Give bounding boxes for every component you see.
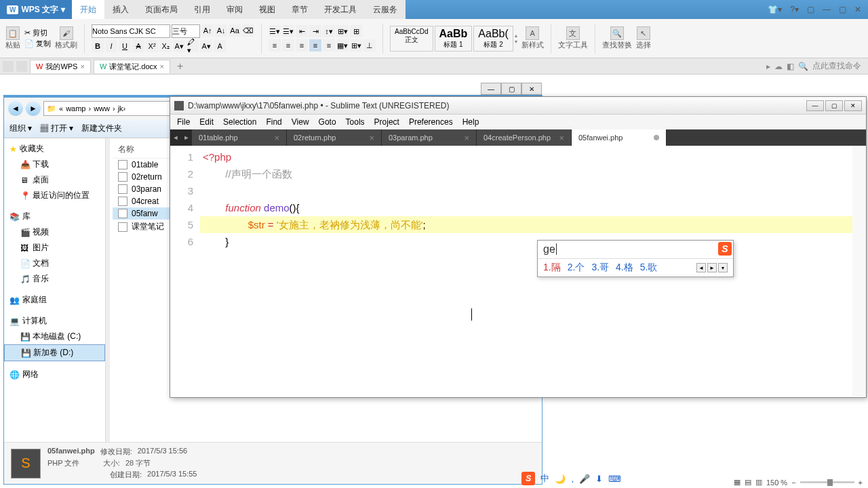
cloud-icon[interactable]: ☁ xyxy=(774,62,783,71)
editor-tab-active[interactable]: 05fanwei.php xyxy=(572,129,667,146)
indent-dec-button[interactable]: ⇤ xyxy=(296,25,308,37)
explorer-maximize[interactable]: ▢ xyxy=(501,83,521,95)
sidebar-item-pictures[interactable]: 🖼图片 xyxy=(4,240,105,256)
tab-close-icon[interactable]: × xyxy=(80,62,84,70)
font-grow-icon[interactable]: A↑ xyxy=(201,24,214,37)
ime-candidate[interactable]: 3.哥 xyxy=(591,262,609,274)
menu-preferences[interactable]: Preferences xyxy=(405,116,457,128)
sidebar-homegroup[interactable]: 👥家庭组 xyxy=(4,292,105,308)
sidebar-computer[interactable]: 💻计算机 xyxy=(4,313,105,329)
tabstop-button[interactable]: ⊥ xyxy=(363,39,376,52)
explorer-close[interactable]: ✕ xyxy=(521,83,542,95)
doc-tab-mywps[interactable]: W 我的WPS × xyxy=(30,60,91,73)
ime-keyboard-icon[interactable]: ⌨ xyxy=(608,474,621,484)
maximize-icon[interactable]: ▢ xyxy=(839,5,846,14)
sidebar-item-cdrive[interactable]: 💾本地磁盘 (C:) xyxy=(4,329,105,344)
editor-tab[interactable]: 04createPerson.php× xyxy=(477,129,572,146)
minimize-icon[interactable]: — xyxy=(823,5,831,14)
nav-back-button[interactable]: ◄ xyxy=(8,101,23,116)
style-scroll[interactable]: ▴▾ xyxy=(515,26,517,52)
ime-mic-icon[interactable]: 🎤 xyxy=(579,474,590,484)
texttool-button[interactable]: 文文字工具 xyxy=(558,26,588,50)
tab-close-icon[interactable]: × xyxy=(559,133,564,143)
tab-list-icon[interactable] xyxy=(16,61,27,72)
strike-button[interactable]: A xyxy=(132,40,144,52)
menu-chapter[interactable]: 章节 xyxy=(283,0,316,19)
ime-candidate[interactable]: 4.格 xyxy=(616,262,633,274)
phonetic-button[interactable]: A xyxy=(214,40,226,52)
linespace-button[interactable]: ↕▾ xyxy=(323,25,335,37)
highlight-button[interactable]: 🖍▾ xyxy=(186,40,199,52)
flag-icon[interactable]: ▸ xyxy=(766,62,770,71)
sidebar-network[interactable]: 🌐网络 xyxy=(4,367,105,382)
shading-button[interactable]: ▦▾ xyxy=(336,39,349,52)
sort-button[interactable]: ⊞▾ xyxy=(336,25,349,37)
minimap[interactable] xyxy=(852,146,866,396)
search-input[interactable]: 点此查找命令 xyxy=(812,60,861,72)
tab-next-button[interactable]: ► xyxy=(181,129,192,146)
superscript-button[interactable]: X² xyxy=(146,40,158,52)
menu-tools[interactable]: Tools xyxy=(342,116,369,128)
tab-close-icon[interactable]: × xyxy=(160,62,164,70)
sidebar-item-videos[interactable]: 🎬视频 xyxy=(4,224,105,240)
menu-pagelayout[interactable]: 页面布局 xyxy=(137,0,186,19)
menu-file[interactable]: File xyxy=(173,116,194,128)
menu-edit[interactable]: Edit xyxy=(195,116,218,128)
tab-prev-button[interactable]: ◄ xyxy=(170,129,181,146)
menu-goto[interactable]: Goto xyxy=(315,116,340,128)
ime-prev-button[interactable]: ◄ xyxy=(696,263,706,272)
home-icon[interactable] xyxy=(3,61,14,72)
indent-inc-button[interactable]: ⇥ xyxy=(309,25,321,37)
doc-tab-notes[interactable]: W 课堂笔记.docx × xyxy=(94,60,170,73)
italic-button[interactable]: I xyxy=(105,40,117,52)
new-tab-button[interactable]: + xyxy=(173,60,187,73)
ime-moon-icon[interactable]: 🌙 xyxy=(555,474,566,484)
view-icon-1[interactable]: ▦ xyxy=(734,478,741,487)
paste-button[interactable]: 📋 粘贴 xyxy=(5,26,20,50)
sidebar-item-music[interactable]: 🎵音乐 xyxy=(4,271,105,287)
font-shrink-icon[interactable]: A↓ xyxy=(215,24,227,37)
zoom-out-button[interactable]: − xyxy=(791,479,795,487)
distribute-button[interactable]: ≡ xyxy=(323,39,335,52)
editor-tab[interactable]: 02return.php× xyxy=(287,129,382,146)
palette-icon[interactable]: ◧ xyxy=(787,62,794,71)
menu-insert[interactable]: 插入 xyxy=(104,0,137,19)
nav-forward-button[interactable]: ► xyxy=(26,101,41,116)
close-icon[interactable]: ✕ xyxy=(854,5,861,14)
showmarks-button[interactable]: ⊞ xyxy=(350,25,362,37)
font-size-select[interactable] xyxy=(172,24,200,38)
open-button[interactable]: ▦ 打开 ▾ xyxy=(40,123,73,134)
sidebar-item-documents[interactable]: 📄文档 xyxy=(4,256,105,271)
sublime-titlebar[interactable]: D:\wamp\www\jkxy\17\05fanwei.php • - Sub… xyxy=(170,97,866,115)
numbering-button[interactable]: ☰▾ xyxy=(282,25,294,37)
sidebar-favorites[interactable]: ★收藏夹 xyxy=(4,141,105,157)
code-area[interactable]: <?php //声明一个函数 function demo(){ $str = '… xyxy=(200,146,852,396)
organize-button[interactable]: 组织 ▾ xyxy=(9,123,32,134)
ime-candidate[interactable]: 2.个 xyxy=(568,262,585,274)
ribbon-toggle-icon[interactable]: ▢ xyxy=(807,5,814,14)
clear-format-icon[interactable]: ⌫ xyxy=(242,24,254,37)
copy-button[interactable]: 📄 复制 xyxy=(24,39,51,49)
menu-start[interactable]: 开始 xyxy=(72,0,104,19)
sublime-close[interactable]: ✕ xyxy=(844,100,862,111)
font-name-select[interactable] xyxy=(92,24,170,38)
menu-review[interactable]: 审阅 xyxy=(218,0,251,19)
wps-logo-dropdown[interactable]: ▾ xyxy=(61,5,65,14)
sidebar-libraries[interactable]: 📚库 xyxy=(4,209,105,224)
bullets-button[interactable]: ☰▾ xyxy=(269,25,281,37)
align-left-button[interactable]: ≡ xyxy=(269,39,281,52)
font-color-button[interactable]: A▾ xyxy=(200,40,212,52)
font-effect-button[interactable]: A▾ xyxy=(173,40,185,52)
style-h1[interactable]: AaBb标题 1 xyxy=(435,26,473,52)
change-case-icon[interactable]: Aa xyxy=(229,24,241,37)
cut-button[interactable]: ✂ 剪切 xyxy=(24,28,51,38)
ime-candidate[interactable]: 5.歌 xyxy=(640,262,658,274)
style-normal[interactable]: AaBbCcDd正文 xyxy=(390,26,433,52)
sidebar-item-recent[interactable]: 📍最近访问的位置 xyxy=(4,188,105,203)
style-h2[interactable]: AaBb(标题 2 xyxy=(473,26,513,52)
ime-down-icon[interactable]: ⬇ xyxy=(595,474,603,484)
tab-close-icon[interactable]: × xyxy=(464,133,469,143)
subscript-button[interactable]: X₂ xyxy=(159,40,172,52)
view-icon-3[interactable]: ▥ xyxy=(755,478,762,487)
menu-find[interactable]: Find xyxy=(262,116,285,128)
